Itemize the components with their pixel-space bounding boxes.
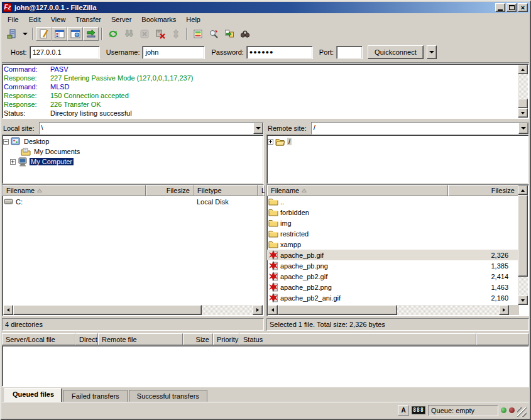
local-site-combo[interactable]: \ <box>39 122 264 135</box>
file-row-c-drive[interactable]: C: Local Disk <box>3 196 263 207</box>
scrollbar-thumb[interactable] <box>518 99 528 108</box>
combo-dropdown-button[interactable] <box>518 123 528 134</box>
file-row-selected[interactable]: apache_pb.gif 2,326 <box>267 250 518 260</box>
menu-bookmarks[interactable]: Bookmarks <box>136 14 181 25</box>
scroll-left-button[interactable] <box>268 305 278 315</box>
collapse-expander-icon[interactable] <box>3 139 9 145</box>
scrollbar-track[interactable] <box>518 277 528 296</box>
menu-transfer[interactable]: Transfer <box>70 14 106 25</box>
site-manager-dropdown-button[interactable] <box>20 27 30 41</box>
column-header-filesize[interactable]: Filesize <box>146 185 194 196</box>
file-row[interactable]: .. <box>267 196 518 207</box>
scrollbar-thumb[interactable] <box>13 305 202 315</box>
column-header-priority[interactable]: Priority <box>213 333 239 345</box>
toggle-remote-tree-button[interactable] <box>67 27 83 41</box>
tree-item-my-computer[interactable]: My Computer <box>3 157 263 167</box>
process-queue-button[interactable] <box>121 27 136 41</box>
menu-help[interactable]: Help <box>181 14 205 25</box>
folder-icon <box>268 240 278 249</box>
column-header-filename[interactable]: Filename <box>267 185 448 196</box>
menu-view[interactable]: View <box>46 14 71 25</box>
file-row[interactable]: img <box>267 218 518 228</box>
scrollbar-track[interactable] <box>518 74 528 99</box>
synchronized-browsing-button[interactable] <box>221 27 237 41</box>
toggle-message-log-button[interactable] <box>36 27 52 41</box>
toggle-transfer-queue-button[interactable] <box>83 27 99 41</box>
column-header-size[interactable]: Size <box>183 333 213 345</box>
column-header-server-local-file[interactable]: Server/Local file <box>2 333 75 345</box>
scroll-up-button[interactable] <box>518 65 528 74</box>
minimize-button[interactable] <box>495 3 505 12</box>
port-input[interactable] <box>336 46 363 59</box>
scrollbar-thumb[interactable] <box>278 305 397 315</box>
resize-grip[interactable] <box>517 407 527 417</box>
menu-edit[interactable]: Edit <box>24 14 46 25</box>
remote-vertical-scrollbar[interactable] <box>518 185 528 305</box>
combo-dropdown-button[interactable] <box>253 123 263 134</box>
tab-successful-transfers[interactable]: Successful transfers <box>129 390 207 402</box>
column-header-filesize[interactable]: Filesize <box>448 185 518 196</box>
data-type-indicator-icon[interactable]: A <box>398 405 409 416</box>
close-button[interactable]: × <box>518 3 528 12</box>
file-row[interactable]: apache_pb2.gif 2,414 <box>267 271 518 282</box>
log-scrollbar[interactable] <box>518 65 528 118</box>
file-row[interactable]: xampp <box>267 239 518 250</box>
expand-expander-icon[interactable] <box>10 159 16 165</box>
disconnect-button[interactable] <box>152 27 168 41</box>
synchronized-browsing-icon <box>224 29 234 39</box>
host-input[interactable] <box>30 46 100 59</box>
local-horizontal-scrollbar[interactable] <box>3 305 263 315</box>
column-header-last-modified[interactable]: L <box>258 185 265 196</box>
file-row[interactable]: apache_pb2_ani.gif 2,160 <box>267 292 518 303</box>
remote-horizontal-scrollbar[interactable] <box>268 305 519 315</box>
password-input[interactable] <box>246 46 313 59</box>
site-manager-button[interactable] <box>4 27 20 41</box>
directory-comparison-button[interactable] <box>205 27 221 41</box>
file-row[interactable]: restricted <box>267 228 518 239</box>
folder-icon <box>268 197 278 206</box>
scroll-down-button[interactable] <box>518 296 528 305</box>
quickconnect-button[interactable]: Quickconnect <box>368 45 424 59</box>
scrollbar-track[interactable] <box>202 305 253 315</box>
tree-item-my-documents[interactable]: My Documents <box>3 146 263 157</box>
scrollbar-corner <box>509 305 519 315</box>
cancel-button[interactable] <box>136 27 152 41</box>
tab-failed-transfers[interactable]: Failed transfers <box>63 390 128 402</box>
scroll-up-button[interactable] <box>518 185 528 195</box>
column-header-status[interactable]: Status <box>239 333 476 345</box>
scroll-left-button[interactable] <box>3 305 13 315</box>
maximize-button[interactable] <box>506 3 517 12</box>
tree-item-root[interactable]: / <box>268 136 528 146</box>
expand-expander-icon[interactable] <box>268 139 273 145</box>
reconnect-button[interactable] <box>168 27 183 41</box>
tree-item-desktop[interactable]: Desktop <box>3 136 263 146</box>
toggle-local-tree-button[interactable] <box>52 27 67 41</box>
remote-site-combo[interactable]: / <box>311 122 529 135</box>
filter-button[interactable] <box>190 27 205 41</box>
column-header-remote-file[interactable]: Remote file <box>98 333 183 345</box>
scrollbar-track[interactable] <box>397 305 499 315</box>
scroll-down-button[interactable] <box>518 108 528 118</box>
column-header-filetype[interactable]: Filetype <box>194 185 258 196</box>
file-row[interactable]: apache_pb2.png 1,463 <box>267 282 518 292</box>
remote-site-value: / <box>312 123 518 134</box>
username-input[interactable] <box>142 46 205 59</box>
file-row[interactable]: forbidden <box>267 207 518 218</box>
column-header-direction[interactable]: Directi... <box>75 333 98 345</box>
scroll-right-button[interactable] <box>499 305 509 315</box>
speed-limits-icon[interactable]: 888 <box>412 406 425 414</box>
directory-comparison-icon <box>209 29 219 39</box>
quickconnect-dropdown-button[interactable] <box>427 45 437 59</box>
queue-status-text: Queue: empty <box>428 405 498 416</box>
scroll-right-button[interactable] <box>253 305 263 315</box>
menu-file[interactable]: File <box>3 14 24 25</box>
menu-server[interactable]: Server <box>106 14 136 25</box>
file-row[interactable]: apache_pb.png 1,385 <box>267 260 518 271</box>
queue-body[interactable] <box>2 345 529 387</box>
tab-queued-files[interactable]: Queued files <box>4 388 62 402</box>
column-header-filename[interactable]: Filename <box>3 185 146 196</box>
scrollbar-thumb[interactable] <box>518 195 528 277</box>
refresh-button[interactable] <box>105 27 121 41</box>
find-files-button[interactable] <box>237 27 253 41</box>
documents-folder-icon <box>21 147 31 157</box>
